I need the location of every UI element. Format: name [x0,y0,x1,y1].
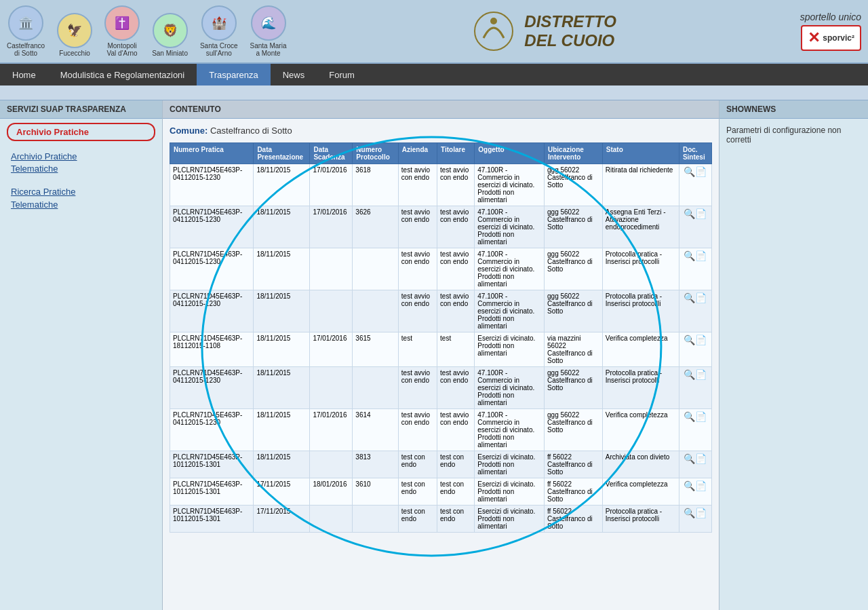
shownews-message: Parametri di configurazione non corretti [726,126,841,145]
table-cell: PLCLRN71D45E463P-04112015-1230 [170,290,254,332]
page-header: 🏛️ Castelfrancodi Sotto 🦅 Fucecchio ✝️ M… [0,0,868,64]
search-icon[interactable]: 🔍 [684,369,695,380]
search-icon[interactable]: 🔍 [684,508,695,518]
table-cell: test avvio con endo [398,290,437,332]
search-icon[interactable]: 🔍 [684,166,695,177]
sidebar-item-ricerca-telematiche[interactable]: Ricerca PraticheTelematiche [0,180,162,216]
right-panel: SHOWNEWS Parametri di configurazione non… [719,100,868,610]
search-icon[interactable]: 🔍 [684,250,695,261]
doc-icon[interactable]: 📄 [695,166,707,177]
doc-icon[interactable]: 📄 [695,508,707,518]
distretto-logo: DISTRETTO DEL CUOIO [470,7,616,55]
doc-icon[interactable]: 📄 [695,292,707,303]
content-inner[interactable]: Comune: Castelfranco di Sotto Numero Pra… [163,119,719,610]
doc-icon[interactable]: 📄 [695,208,707,219]
table-cell: ggg 56022 Castelfranco di Sotto [545,164,603,206]
logo-castelfranco[interactable]: 🏛️ Castelfrancodi Sotto [7,5,45,57]
logo-santa-maria-label: Santa Mariaa Monte [250,42,287,57]
logo-castelfranco-icon: 🏛️ [8,5,43,41]
doc-icon[interactable]: 📄 [695,335,707,345]
table-cell: 3626 [353,206,398,248]
col-doc: Doc. Sintesi [679,143,711,164]
table-row: PLCLRN71D45E463P-04112015-123018/11/2015… [170,409,712,451]
search-icon[interactable]: 🔍 [684,208,695,219]
municipality-logos: 🏛️ Castelfrancodi Sotto 🦅 Fucecchio ✝️ M… [7,5,286,57]
doc-cell[interactable]: 🔍📄 [679,332,711,367]
table-cell: 18/11/2015 [254,164,310,206]
doc-icon[interactable]: 📄 [695,369,707,380]
table-cell: Esercizi di vicinato. Prodotti non alime… [475,506,545,533]
sidebar-item-archivio-pratiche[interactable]: Archivio Pratiche [7,123,155,141]
table-cell: test avvio con endo [437,409,475,451]
table-cell: 3614 [353,409,398,451]
search-icon[interactable]: 🔍 [684,480,695,491]
table-cell: 47.100R - Commercio in esercizi di vicin… [475,290,545,332]
nav-news[interactable]: News [271,64,317,85]
table-container: Numero Pratica Data Presentazione Data S… [170,142,712,533]
col-azienda: Azienda [398,143,437,164]
right-panel-title: SHOWNEWS [719,100,868,119]
table-cell: PLCLRN71D45E463P-04112015-1230 [170,409,254,451]
doc-cell[interactable]: 🔍📄 [679,248,711,290]
table-body: PLCLRN71D45E463P-04112015-123018/11/2015… [170,164,712,533]
table-cell: PLCLRN71D45E463P-04112015-1230 [170,206,254,248]
table-cell: Archiviata con divieto [602,451,679,478]
doc-icon[interactable]: 📄 [695,250,707,261]
x-mark-icon: ✕ [808,29,820,47]
table-cell: test avvio con endo [398,164,437,206]
doc-icon[interactable]: 📄 [695,453,707,464]
doc-icon[interactable]: 📄 [695,480,707,491]
table-cell: 3615 [353,332,398,367]
table-cell: PLCLRN71D45E463P-04112015-1230 [170,367,254,409]
logo-santa-maria[interactable]: 🌊 Santa Mariaa Monte [250,5,287,57]
table-cell: PLCLRN71D45E463P-04112015-1230 [170,164,254,206]
doc-cell[interactable]: 🔍📄 [679,409,711,451]
main-layout: SERVIZI SUAP TRASPARENZA Archivio Pratic… [0,100,868,610]
logo-san-miniato-label: San Miniato [152,50,188,57]
logo-fucecchio-label: Fucecchio [59,50,90,57]
doc-cell[interactable]: 🔍📄 [679,451,711,478]
nav-forum[interactable]: Forum [317,64,367,85]
nav-trasparenza[interactable]: Trasparenza [197,64,271,85]
search-icon[interactable]: 🔍 [684,411,695,422]
table-cell: 18/11/2015 [254,332,310,367]
logo-fucecchio[interactable]: 🦅 Fucecchio [57,13,92,57]
doc-cell[interactable]: 🔍📄 [679,206,711,248]
nav-home[interactable]: Home [0,64,48,85]
logo-montopoli[interactable]: ✝️ MontopoliVal d'Arno [104,5,140,57]
table-cell: test [437,332,475,367]
logo-san-miniato-icon: 🦁 [153,13,188,48]
search-icon[interactable]: 🔍 [684,335,695,345]
col-data-scad: Data Scadenza [310,143,353,164]
table-cell: 17/11/2015 [254,478,310,506]
doc-icon[interactable]: 📄 [695,411,707,422]
table-cell: Assegna Enti Terzi - Attivazione endopro… [602,206,679,248]
table-cell: 17/01/2016 [310,206,353,248]
search-icon[interactable]: 🔍 [684,453,695,464]
doc-cell[interactable]: 🔍📄 [679,478,711,506]
sporvic-brand[interactable]: ✕ sporvic² [801,25,861,51]
table-cell: test avvio con endo [398,409,437,451]
search-icon[interactable]: 🔍 [684,292,695,303]
table-cell: test con endo [437,478,475,506]
table-cell: Esercizi di vicinato. Prodotti non alime… [475,332,545,367]
table-cell: PLCLRN71D45E463P-10112015-1301 [170,451,254,478]
table-cell: Protocolla pratica - Inserisci protocoll… [602,248,679,290]
doc-cell[interactable]: 🔍📄 [679,506,711,533]
table-row: PLCLRN71D45E463P-04112015-123018/11/2015… [170,248,712,290]
table-cell: ggg 56022 Castelfranco di Sotto [545,290,603,332]
nav-bar: Home Modulistica e Regolamentazioni Tras… [0,64,868,85]
doc-cell[interactable]: 🔍📄 [679,164,711,206]
sidebar-item-archivio-telematiche[interactable]: Archivio PraticheTelematiche [0,145,162,180]
logo-castelfranco-label: Castelfrancodi Sotto [7,42,45,57]
logo-san-miniato[interactable]: 🦁 San Miniato [152,13,188,57]
nav-modulistica[interactable]: Modulistica e Regolamentazioni [48,64,197,85]
table-cell: 18/11/2015 [254,248,310,290]
logo-santa-croce[interactable]: 🏰 Santa Crocesull'Arno [200,5,238,57]
sub-nav [0,85,868,100]
comune-prefix: Comune: [170,126,208,136]
doc-cell[interactable]: 🔍📄 [679,290,711,332]
table-cell: 18/11/2015 [254,367,310,409]
doc-cell[interactable]: 🔍📄 [679,367,711,409]
table-row: PLCLRN71D45E463P-04112015-123018/11/2015… [170,206,712,248]
